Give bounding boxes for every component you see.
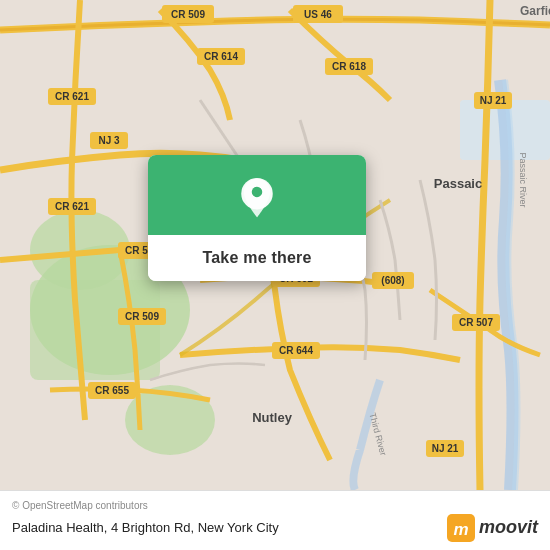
svg-text:CR 655: CR 655: [95, 385, 129, 396]
map-container: CR 509 US 46 CR 614 CR 618 CR 621 NJ 3 N…: [0, 0, 550, 490]
popup-card: Take me there: [148, 155, 366, 281]
svg-text:(608): (608): [381, 275, 404, 286]
bottom-bar: © OpenStreetMap contributors Paladina He…: [0, 490, 550, 550]
svg-text:CR 507: CR 507: [459, 317, 493, 328]
svg-text:NJ 21: NJ 21: [432, 443, 459, 454]
svg-text:CR 621: CR 621: [55, 201, 89, 212]
svg-rect-3: [30, 280, 160, 380]
moovit-logo: m moovit: [447, 514, 538, 542]
svg-text:Passaic River: Passaic River: [518, 152, 528, 207]
svg-text:m: m: [453, 520, 468, 539]
svg-text:CR 614: CR 614: [204, 51, 238, 62]
svg-text:CR 509: CR 509: [125, 311, 159, 322]
popup-header: [148, 155, 366, 235]
svg-text:Garfie: Garfie: [520, 4, 550, 18]
svg-text:CR 618: CR 618: [332, 61, 366, 72]
svg-text:NJ 3: NJ 3: [98, 135, 120, 146]
svg-text:CR 509: CR 509: [171, 9, 205, 20]
svg-text:CR 644: CR 644: [279, 345, 313, 356]
svg-text:NJ 21: NJ 21: [480, 95, 507, 106]
svg-text:Passaic: Passaic: [434, 176, 482, 191]
moovit-brand-text: moovit: [479, 517, 538, 538]
svg-text:CR 621: CR 621: [55, 91, 89, 102]
take-me-there-button[interactable]: Take me there: [148, 235, 366, 281]
map-attribution: © OpenStreetMap contributors: [12, 500, 538, 511]
location-info: Paladina Health, 4 Brighton Rd, New York…: [12, 514, 538, 542]
location-pin-icon: [236, 177, 278, 219]
location-text: Paladina Health, 4 Brighton Rd, New York…: [12, 520, 279, 535]
svg-text:Nutley: Nutley: [252, 410, 293, 425]
svg-text:US 46: US 46: [304, 9, 332, 20]
moovit-icon: m: [447, 514, 475, 542]
svg-point-44: [252, 187, 263, 198]
